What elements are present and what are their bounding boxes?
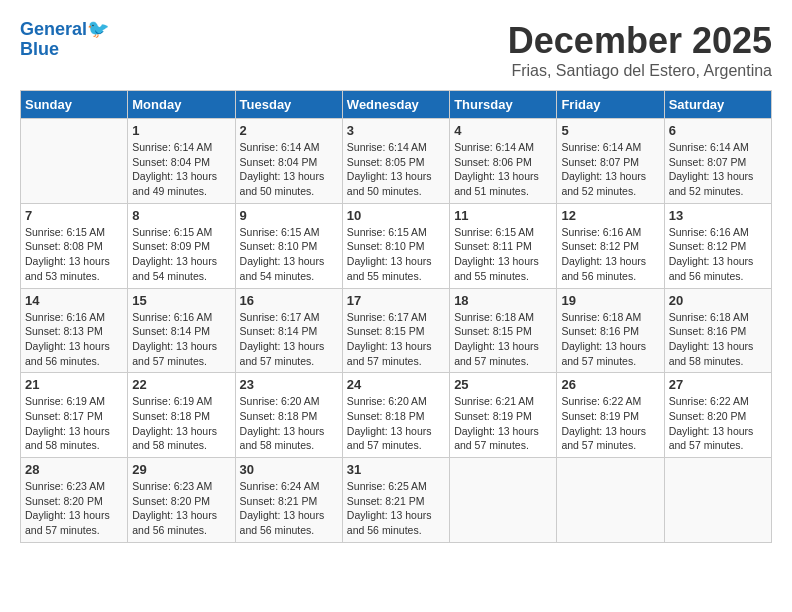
day-info: Sunrise: 6:18 AMSunset: 8:15 PMDaylight:… [454, 310, 552, 369]
title-area: December 2025 Frias, Santiago del Estero… [508, 20, 772, 80]
day-number: 12 [561, 208, 659, 223]
calendar-cell: 11 Sunrise: 6:15 AMSunset: 8:11 PMDaylig… [450, 203, 557, 288]
day-info: Sunrise: 6:25 AMSunset: 8:21 PMDaylight:… [347, 479, 445, 538]
calendar-cell: 14 Sunrise: 6:16 AMSunset: 8:13 PMDaylig… [21, 288, 128, 373]
calendar-cell [664, 458, 771, 543]
header-sunday: Sunday [21, 91, 128, 119]
day-info: Sunrise: 6:15 AMSunset: 8:10 PMDaylight:… [240, 225, 338, 284]
day-info: Sunrise: 6:15 AMSunset: 8:08 PMDaylight:… [25, 225, 123, 284]
day-number: 25 [454, 377, 552, 392]
day-number: 26 [561, 377, 659, 392]
calendar-cell: 26 Sunrise: 6:22 AMSunset: 8:19 PMDaylig… [557, 373, 664, 458]
day-info: Sunrise: 6:14 AMSunset: 8:05 PMDaylight:… [347, 140, 445, 199]
day-number: 21 [25, 377, 123, 392]
header-thursday: Thursday [450, 91, 557, 119]
day-number: 28 [25, 462, 123, 477]
day-number: 6 [669, 123, 767, 138]
day-number: 4 [454, 123, 552, 138]
day-number: 10 [347, 208, 445, 223]
day-number: 23 [240, 377, 338, 392]
calendar-cell: 10 Sunrise: 6:15 AMSunset: 8:10 PMDaylig… [342, 203, 449, 288]
day-info: Sunrise: 6:24 AMSunset: 8:21 PMDaylight:… [240, 479, 338, 538]
calendar-cell: 21 Sunrise: 6:19 AMSunset: 8:17 PMDaylig… [21, 373, 128, 458]
header-monday: Monday [128, 91, 235, 119]
calendar-cell: 17 Sunrise: 6:17 AMSunset: 8:15 PMDaylig… [342, 288, 449, 373]
header-friday: Friday [557, 91, 664, 119]
calendar-cell [450, 458, 557, 543]
calendar-cell: 2 Sunrise: 6:14 AMSunset: 8:04 PMDayligh… [235, 119, 342, 204]
day-info: Sunrise: 6:15 AMSunset: 8:09 PMDaylight:… [132, 225, 230, 284]
day-info: Sunrise: 6:15 AMSunset: 8:11 PMDaylight:… [454, 225, 552, 284]
day-info: Sunrise: 6:19 AMSunset: 8:17 PMDaylight:… [25, 394, 123, 453]
day-number: 20 [669, 293, 767, 308]
day-info: Sunrise: 6:14 AMSunset: 8:07 PMDaylight:… [561, 140, 659, 199]
day-info: Sunrise: 6:22 AMSunset: 8:19 PMDaylight:… [561, 394, 659, 453]
calendar-cell: 4 Sunrise: 6:14 AMSunset: 8:06 PMDayligh… [450, 119, 557, 204]
logo-text: General🐦 Blue [20, 20, 109, 60]
day-info: Sunrise: 6:14 AMSunset: 8:04 PMDaylight:… [132, 140, 230, 199]
day-number: 22 [132, 377, 230, 392]
calendar-week-1: 1 Sunrise: 6:14 AMSunset: 8:04 PMDayligh… [21, 119, 772, 204]
day-info: Sunrise: 6:20 AMSunset: 8:18 PMDaylight:… [240, 394, 338, 453]
day-info: Sunrise: 6:20 AMSunset: 8:18 PMDaylight:… [347, 394, 445, 453]
calendar-cell: 13 Sunrise: 6:16 AMSunset: 8:12 PMDaylig… [664, 203, 771, 288]
day-number: 19 [561, 293, 659, 308]
day-number: 3 [347, 123, 445, 138]
day-number: 13 [669, 208, 767, 223]
calendar-cell: 16 Sunrise: 6:17 AMSunset: 8:14 PMDaylig… [235, 288, 342, 373]
day-info: Sunrise: 6:16 AMSunset: 8:12 PMDaylight:… [669, 225, 767, 284]
calendar-week-4: 21 Sunrise: 6:19 AMSunset: 8:17 PMDaylig… [21, 373, 772, 458]
day-info: Sunrise: 6:22 AMSunset: 8:20 PMDaylight:… [669, 394, 767, 453]
logo-blue: Blue [20, 39, 59, 59]
day-number: 29 [132, 462, 230, 477]
day-info: Sunrise: 6:16 AMSunset: 8:13 PMDaylight:… [25, 310, 123, 369]
calendar-cell: 3 Sunrise: 6:14 AMSunset: 8:05 PMDayligh… [342, 119, 449, 204]
calendar-cell: 25 Sunrise: 6:21 AMSunset: 8:19 PMDaylig… [450, 373, 557, 458]
day-number: 15 [132, 293, 230, 308]
day-info: Sunrise: 6:18 AMSunset: 8:16 PMDaylight:… [561, 310, 659, 369]
logo: General🐦 Blue [20, 20, 109, 60]
day-number: 27 [669, 377, 767, 392]
calendar-cell: 30 Sunrise: 6:24 AMSunset: 8:21 PMDaylig… [235, 458, 342, 543]
calendar-cell: 1 Sunrise: 6:14 AMSunset: 8:04 PMDayligh… [128, 119, 235, 204]
day-info: Sunrise: 6:17 AMSunset: 8:14 PMDaylight:… [240, 310, 338, 369]
calendar-week-3: 14 Sunrise: 6:16 AMSunset: 8:13 PMDaylig… [21, 288, 772, 373]
day-info: Sunrise: 6:14 AMSunset: 8:06 PMDaylight:… [454, 140, 552, 199]
calendar-cell: 8 Sunrise: 6:15 AMSunset: 8:09 PMDayligh… [128, 203, 235, 288]
header-saturday: Saturday [664, 91, 771, 119]
day-number: 5 [561, 123, 659, 138]
calendar-cell [557, 458, 664, 543]
calendar-cell: 5 Sunrise: 6:14 AMSunset: 8:07 PMDayligh… [557, 119, 664, 204]
calendar-cell: 24 Sunrise: 6:20 AMSunset: 8:18 PMDaylig… [342, 373, 449, 458]
day-info: Sunrise: 6:18 AMSunset: 8:16 PMDaylight:… [669, 310, 767, 369]
day-info: Sunrise: 6:14 AMSunset: 8:04 PMDaylight:… [240, 140, 338, 199]
day-number: 7 [25, 208, 123, 223]
calendar-cell: 23 Sunrise: 6:20 AMSunset: 8:18 PMDaylig… [235, 373, 342, 458]
day-number: 9 [240, 208, 338, 223]
day-info: Sunrise: 6:15 AMSunset: 8:10 PMDaylight:… [347, 225, 445, 284]
day-number: 8 [132, 208, 230, 223]
day-info: Sunrise: 6:17 AMSunset: 8:15 PMDaylight:… [347, 310, 445, 369]
day-info: Sunrise: 6:23 AMSunset: 8:20 PMDaylight:… [25, 479, 123, 538]
calendar-cell: 15 Sunrise: 6:16 AMSunset: 8:14 PMDaylig… [128, 288, 235, 373]
day-number: 16 [240, 293, 338, 308]
calendar-cell: 29 Sunrise: 6:23 AMSunset: 8:20 PMDaylig… [128, 458, 235, 543]
month-title: December 2025 [508, 20, 772, 62]
day-number: 11 [454, 208, 552, 223]
day-number: 30 [240, 462, 338, 477]
calendar-table: Sunday Monday Tuesday Wednesday Thursday… [20, 90, 772, 543]
day-number: 18 [454, 293, 552, 308]
calendar-cell: 7 Sunrise: 6:15 AMSunset: 8:08 PMDayligh… [21, 203, 128, 288]
logo-general: General [20, 19, 87, 39]
day-number: 2 [240, 123, 338, 138]
calendar-cell: 12 Sunrise: 6:16 AMSunset: 8:12 PMDaylig… [557, 203, 664, 288]
location-title: Frias, Santiago del Estero, Argentina [508, 62, 772, 80]
calendar-cell: 6 Sunrise: 6:14 AMSunset: 8:07 PMDayligh… [664, 119, 771, 204]
day-number: 24 [347, 377, 445, 392]
page-header: General🐦 Blue December 2025 Frias, Santi… [20, 20, 772, 80]
day-number: 14 [25, 293, 123, 308]
day-number: 1 [132, 123, 230, 138]
calendar-cell: 19 Sunrise: 6:18 AMSunset: 8:16 PMDaylig… [557, 288, 664, 373]
header-tuesday: Tuesday [235, 91, 342, 119]
calendar-cell: 20 Sunrise: 6:18 AMSunset: 8:16 PMDaylig… [664, 288, 771, 373]
